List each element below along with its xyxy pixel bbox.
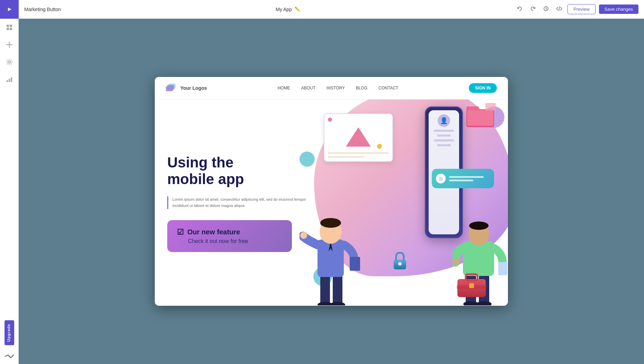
site-logo-text: Your Logos bbox=[180, 85, 207, 91]
hero-description: Lorem ipsum dolor sit amet, consectetur … bbox=[172, 196, 312, 209]
folder-icon bbox=[466, 103, 498, 129]
hero-desc-wrapper: Lorem ipsum dolor sit amet, consectetur … bbox=[167, 196, 312, 209]
undo-button[interactable] bbox=[515, 5, 525, 14]
sidebar-item-settings[interactable] bbox=[0, 53, 19, 71]
svg-rect-4 bbox=[7, 28, 9, 30]
svg-rect-30 bbox=[333, 274, 342, 305]
svg-rect-5 bbox=[10, 28, 12, 30]
svg-point-8 bbox=[8, 61, 10, 63]
svg-rect-29 bbox=[320, 274, 330, 305]
hero-illustration: 👤 ◎ bbox=[296, 99, 508, 306]
svg-point-46 bbox=[469, 222, 489, 230]
hero-title: Using the mobile app bbox=[167, 154, 312, 188]
nav-blog[interactable]: BLOG bbox=[356, 86, 367, 90]
topbar-center: My App ✏️ bbox=[65, 7, 511, 12]
svg-rect-2 bbox=[7, 25, 9, 27]
svg-rect-35 bbox=[350, 257, 360, 271]
notif-line-2 bbox=[449, 180, 473, 181]
svg-rect-9 bbox=[7, 80, 8, 82]
board-line-1 bbox=[328, 152, 389, 154]
nav-home[interactable]: HOME bbox=[278, 86, 290, 90]
notification-card: ◎ bbox=[432, 169, 494, 188]
board-triangle bbox=[346, 127, 371, 147]
app-logo bbox=[0, 0, 19, 19]
svg-point-23 bbox=[398, 262, 402, 266]
cta-top-line: ☑ Our new feature bbox=[177, 228, 240, 237]
cta-main-text: Our new feature bbox=[187, 228, 240, 236]
nav-contact[interactable]: CONTACT bbox=[378, 86, 398, 90]
logo-icon bbox=[166, 84, 178, 93]
site-nav: Your Logos HOME ABOUT HISTORY BLOG CONTA… bbox=[155, 77, 508, 99]
redo-button[interactable] bbox=[528, 5, 538, 14]
cta-check-icon: ☑ bbox=[177, 228, 184, 237]
svg-rect-10 bbox=[9, 79, 10, 82]
cta-button[interactable]: ☑ Our new feature Check it out now for f… bbox=[167, 220, 292, 252]
phone-line-1 bbox=[434, 130, 454, 132]
nav-history[interactable]: HISTORY bbox=[327, 86, 345, 90]
board-line-2 bbox=[328, 156, 365, 158]
site-nav-links: HOME ABOUT HISTORY BLOG CONTACT bbox=[207, 86, 469, 90]
preview-button[interactable]: Preview bbox=[567, 4, 595, 14]
sidebar-item-analytics[interactable] bbox=[0, 71, 19, 88]
app-title: Marketing Button bbox=[24, 7, 61, 12]
site-logo: Your Logos bbox=[166, 84, 207, 93]
lock-icon bbox=[392, 251, 408, 272]
cta-sub-text: Check it out now for free bbox=[188, 238, 248, 244]
board-coin bbox=[377, 144, 382, 149]
notif-line-1 bbox=[449, 176, 484, 178]
upgrade-button[interactable]: Upgrade bbox=[5, 320, 14, 345]
svg-rect-16 bbox=[167, 85, 174, 90]
topbar-right: Preview Save changes bbox=[515, 4, 638, 14]
svg-line-13 bbox=[559, 7, 560, 11]
phone-line-2 bbox=[437, 135, 451, 137]
app-title-area: Marketing Button bbox=[24, 7, 61, 12]
phone-user-icon: 👤 bbox=[438, 114, 450, 127]
svg-point-32 bbox=[330, 302, 345, 305]
topbar: Marketing Button My App ✏️ Preview Save … bbox=[19, 0, 644, 19]
svg-point-42 bbox=[476, 301, 492, 305]
briefcase-icon bbox=[456, 272, 487, 300]
svg-rect-3 bbox=[10, 25, 12, 27]
svg-rect-44 bbox=[498, 262, 507, 275]
preview-card: Your Logos HOME ABOUT HISTORY BLOG CONTA… bbox=[155, 77, 508, 306]
edit-pencil-icon: ✏️ bbox=[295, 7, 300, 12]
notif-lines bbox=[449, 176, 484, 181]
svg-point-37 bbox=[320, 218, 341, 228]
svg-rect-28 bbox=[469, 283, 474, 288]
presentation-board bbox=[324, 113, 393, 162]
sidebar-item-elements[interactable] bbox=[0, 36, 19, 53]
svg-point-41 bbox=[463, 301, 478, 305]
sign-in-button[interactable]: SIGN IN bbox=[469, 83, 497, 93]
sidebar-bottom-icon bbox=[0, 349, 19, 364]
main-area: Marketing Button My App ✏️ Preview Save … bbox=[19, 0, 644, 364]
board-dot bbox=[328, 118, 332, 122]
svg-rect-11 bbox=[11, 77, 12, 82]
svg-rect-43 bbox=[463, 241, 494, 276]
sidebar-item-dashboard[interactable] bbox=[0, 19, 19, 36]
person-left bbox=[299, 191, 362, 306]
site-hero: Using the mobile app Lorem ipsum dolor s… bbox=[155, 99, 508, 306]
canvas-area: Your Logos HOME ABOUT HISTORY BLOG CONTA… bbox=[19, 19, 644, 364]
hero-left: Using the mobile app Lorem ipsum dolor s… bbox=[155, 99, 324, 306]
svg-rect-19 bbox=[467, 110, 493, 126]
svg-point-38 bbox=[300, 232, 307, 239]
sidebar: Upgrade bbox=[0, 0, 19, 364]
phone-line-3 bbox=[434, 139, 454, 141]
svg-rect-20 bbox=[485, 103, 496, 111]
save-button[interactable]: Save changes bbox=[599, 5, 638, 14]
svg-point-47 bbox=[453, 259, 459, 265]
code-button[interactable] bbox=[554, 5, 564, 14]
history-button[interactable] bbox=[541, 5, 551, 14]
phone-line-4 bbox=[437, 144, 451, 146]
editor-title: My App bbox=[276, 7, 292, 12]
nav-about[interactable]: ABOUT bbox=[301, 86, 315, 90]
notif-dot: ◎ bbox=[436, 174, 446, 183]
